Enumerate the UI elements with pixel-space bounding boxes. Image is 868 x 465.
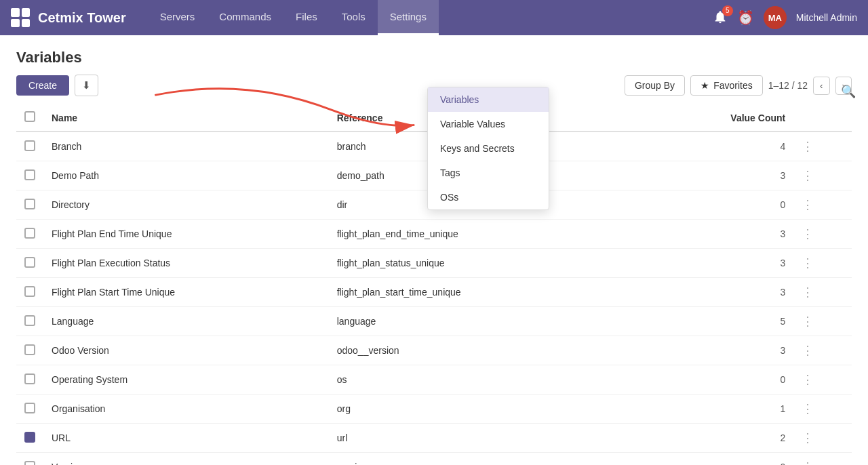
row-value-count: 0	[648, 453, 793, 466]
row-checkbox-cell[interactable]	[16, 249, 43, 278]
row-checkbox-cell[interactable]	[16, 453, 43, 466]
row-value-count: 5	[648, 307, 793, 336]
row-more[interactable]: ⋮	[793, 220, 852, 249]
clock-button[interactable]: ⏰	[737, 9, 754, 26]
row-value-count: 3	[648, 278, 793, 307]
group-by-button[interactable]: Group By	[625, 75, 685, 96]
row-checkbox[interactable]	[24, 199, 35, 209]
more-icon[interactable]: ⋮	[802, 402, 814, 416]
row-checkbox-cell[interactable]	[16, 336, 43, 365]
more-icon[interactable]: ⋮	[802, 169, 814, 182]
more-icon[interactable]: ⋮	[802, 198, 814, 211]
row-value-count: 2	[648, 424, 793, 453]
nav-commands[interactable]: Commands	[207, 0, 283, 35]
table-row: Flight Plan Start Time Unique flight_pla…	[16, 278, 852, 307]
more-icon[interactable]: ⋮	[802, 227, 814, 241]
row-checkbox[interactable]	[24, 403, 35, 413]
nav-servers[interactable]: Servers	[148, 0, 208, 35]
row-more[interactable]: ⋮	[793, 424, 852, 453]
row-empty	[615, 190, 648, 220]
row-checkbox[interactable]	[24, 373, 35, 384]
favorites-button[interactable]: ★ Favorites	[690, 75, 763, 96]
star-icon: ★	[701, 80, 709, 91]
dropdown-item[interactable]: OSs	[428, 185, 549, 209]
row-name: Version	[43, 453, 329, 466]
row-checkbox-cell[interactable]	[16, 278, 43, 307]
row-name: Flight Plan End Time Unique	[43, 220, 329, 249]
row-more[interactable]: ⋮	[793, 132, 852, 161]
select-all-header[interactable]	[16, 104, 43, 132]
row-name: URL	[43, 424, 329, 453]
row-checkbox[interactable]	[24, 432, 35, 443]
row-checkbox[interactable]	[24, 140, 35, 151]
more-icon[interactable]: ⋮	[802, 373, 814, 386]
dropdown-item[interactable]: Variable Values	[428, 112, 549, 136]
favorites-label: Favorites	[713, 80, 753, 91]
row-more[interactable]: ⋮	[793, 307, 852, 336]
more-icon[interactable]: ⋮	[802, 344, 814, 357]
row-checkbox[interactable]	[24, 286, 35, 297]
row-more[interactable]: ⋮	[793, 395, 852, 424]
nav-files[interactable]: Files	[283, 0, 330, 35]
row-checkbox-cell[interactable]	[16, 307, 43, 336]
row-reference: flight_plan_status_unique	[329, 249, 615, 278]
create-button[interactable]: Create	[16, 75, 69, 96]
table-row: URL url 2 ⋮	[16, 424, 852, 453]
col-value-count: Value Count	[648, 104, 793, 132]
row-checkbox[interactable]	[24, 228, 35, 239]
notifications-button[interactable]: 5	[713, 9, 728, 26]
more-icon[interactable]: ⋮	[802, 431, 814, 445]
prev-page-button[interactable]: ‹	[813, 77, 829, 95]
dropdown-item[interactable]: Keys and Secrets	[428, 136, 549, 161]
row-reference: odoo__version	[329, 336, 615, 365]
row-reference: flight_plan_start_time_unique	[329, 278, 615, 307]
more-icon[interactable]: ⋮	[802, 315, 814, 328]
row-more[interactable]: ⋮	[793, 365, 852, 395]
search-button[interactable]: 🔍	[841, 84, 856, 99]
row-more[interactable]: ⋮	[793, 336, 852, 365]
row-name: Operating System	[43, 365, 329, 395]
select-all-checkbox[interactable]	[24, 111, 35, 122]
row-checkbox[interactable]	[24, 344, 35, 355]
row-name: Flight Plan Start Time Unique	[43, 278, 329, 307]
app-logo-icon	[11, 8, 30, 27]
row-checkbox[interactable]	[24, 169, 35, 180]
row-more[interactable]: ⋮	[793, 278, 852, 307]
row-empty	[615, 278, 648, 307]
more-icon[interactable]: ⋮	[802, 256, 814, 270]
row-empty	[615, 424, 648, 453]
main-content: Variables 🔍 Create ⬇ Group By ★ Favorite…	[0, 35, 868, 465]
row-more[interactable]: ⋮	[793, 161, 852, 190]
dropdown-item[interactable]: Variables	[428, 87, 549, 112]
more-icon[interactable]: ⋮	[802, 285, 814, 299]
row-checkbox-cell[interactable]	[16, 395, 43, 424]
row-checkbox-cell[interactable]	[16, 190, 43, 220]
dropdown-item[interactable]: Tags	[428, 161, 549, 185]
row-empty	[615, 395, 648, 424]
row-more[interactable]: ⋮	[793, 453, 852, 466]
more-icon[interactable]: ⋮	[802, 140, 814, 153]
nav-settings[interactable]: Settings	[378, 0, 439, 35]
settings-dropdown-menu: VariablesVariable ValuesKeys and Secrets…	[427, 87, 549, 210]
more-icon[interactable]: ⋮	[802, 460, 814, 465]
row-value-count: 0	[648, 365, 793, 395]
nav-tools[interactable]: Tools	[330, 0, 378, 35]
row-checkbox-cell[interactable]	[16, 365, 43, 395]
avatar: MA	[764, 6, 787, 29]
row-checkbox[interactable]	[24, 315, 35, 326]
table-row: Version version 0 ⋮	[16, 453, 852, 466]
row-checkbox-cell[interactable]	[16, 161, 43, 190]
row-empty	[615, 336, 648, 365]
row-more[interactable]: ⋮	[793, 249, 852, 278]
download-icon: ⬇	[82, 79, 91, 91]
table-row: Operating System os 0 ⋮	[16, 365, 852, 395]
row-more[interactable]: ⋮	[793, 190, 852, 220]
row-checkbox[interactable]	[24, 461, 35, 466]
row-checkbox-cell[interactable]	[16, 424, 43, 453]
download-button[interactable]: ⬇	[75, 75, 98, 96]
group-by-label: Group By	[635, 80, 675, 91]
row-checkbox[interactable]	[24, 257, 35, 268]
table-row: Organisation org 1 ⋮	[16, 395, 852, 424]
row-checkbox-cell[interactable]	[16, 132, 43, 161]
row-checkbox-cell[interactable]	[16, 220, 43, 249]
